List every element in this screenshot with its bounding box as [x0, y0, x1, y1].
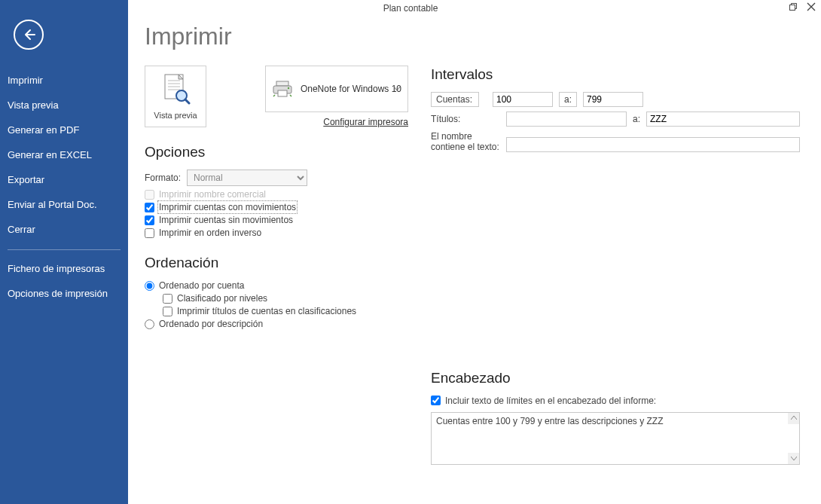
main-content: Imprimir Vista previa: [128, 0, 821, 504]
cuentas-from-input[interactable]: [493, 92, 553, 107]
cuentas-sep: a:: [559, 94, 577, 105]
sidebar-item-generar-excel[interactable]: Generar en EXCEL: [0, 142, 128, 167]
nombre-input[interactable]: [506, 137, 800, 152]
sidebar-separator: [8, 249, 121, 250]
sidebar-item-enviar-portal[interactable]: Enviar al Portal Doc.: [0, 192, 128, 217]
chevron-down-icon: [394, 87, 400, 91]
printer-stack: OneNote for Windows 10 Configurar impres…: [215, 66, 408, 127]
titulos-label: Títulos:: [431, 114, 506, 124]
ordenacion-heading: Ordenación: [145, 255, 408, 271]
preview-printer-row: Vista previa OneNote for Windows 10: [145, 66, 408, 127]
cuentas-a-button[interactable]: a:: [559, 92, 577, 107]
sidebar-item-label: Generar en EXCEL: [8, 149, 92, 160]
window-close-button[interactable]: [806, 2, 816, 12]
sidebar-item-exportar[interactable]: Exportar: [0, 167, 128, 192]
configure-printer-link[interactable]: Configurar impresora: [323, 117, 408, 127]
chk-titulos-input[interactable]: [163, 307, 172, 316]
intervalos-section: Intervalos Cuentas: a: Títulos: a:: [431, 66, 800, 153]
page-title: Imprimir: [145, 23, 408, 50]
svg-point-11: [288, 87, 289, 89]
radio-cuenta-input[interactable]: [145, 281, 154, 291]
chk-inverso-input[interactable]: [145, 228, 154, 238]
chk-con-mov-input[interactable]: [145, 203, 154, 212]
chk-incluir-input[interactable]: [431, 396, 441, 405]
svg-rect-8: [276, 81, 288, 86]
chk-niveles-input[interactable]: [163, 294, 172, 304]
encabezado-section: Encabezado Incluir texto de límites en e…: [431, 370, 800, 465]
sidebar-item-label: Imprimir: [8, 75, 43, 86]
nombre-label-l2: contiene el texto:: [431, 142, 499, 152]
sidebar-item-label: Cerrar: [8, 224, 35, 235]
sidebar-item-label: Vista previa: [8, 99, 59, 111]
chk-label: Imprimir cuentas sin movimientos: [159, 215, 293, 225]
document-magnifier-icon: [160, 73, 191, 108]
sidebar-item-opciones-impresion[interactable]: Opciones de impresión: [0, 281, 128, 306]
chk-con-movimientos[interactable]: Imprimir cuentas con movimientos: [145, 202, 408, 212]
back-arrow-icon: [21, 27, 36, 42]
nombre-row: El nombre contiene el texto:: [431, 131, 800, 153]
sidebar-item-generar-pdf[interactable]: Generar en PDF: [0, 118, 128, 142]
chk-imprimir-titulos[interactable]: Imprimir títulos de cuentas en clasifica…: [163, 306, 408, 316]
chk-nombre-comercial[interactable]: Imprimir nombre comercial: [145, 189, 408, 200]
scroll-up-button[interactable]: [788, 413, 799, 424]
sidebar-item-label: Exportar: [8, 174, 44, 185]
restore-icon: [789, 2, 798, 11]
chk-label: Imprimir nombre comercial: [159, 189, 266, 200]
encabezado-heading: Encabezado: [431, 370, 800, 386]
sidebar: Imprimir Vista previa Generar en PDF Gen…: [0, 0, 128, 504]
chk-label: Imprimir cuentas con movimientos: [159, 202, 296, 212]
titulos-to-input[interactable]: [646, 111, 800, 127]
nombre-label-l1: El nombre: [431, 131, 472, 142]
chk-label: Incluir texto de límites en el encabezad…: [445, 396, 656, 406]
radio-ordenado-descripcion[interactable]: Ordenado por descripción: [145, 319, 408, 329]
chk-sin-mov-input[interactable]: [145, 215, 154, 225]
svg-line-7: [185, 99, 189, 103]
radio-label: Ordenado por descripción: [159, 319, 263, 329]
formato-select[interactable]: Normal: [187, 170, 307, 186]
chk-sin-movimientos[interactable]: Imprimir cuentas sin movimientos: [145, 215, 408, 225]
scroll-down-button[interactable]: [788, 453, 799, 464]
encabezado-textarea[interactable]: Cuentas entre 100 y 799 y entre las desc…: [431, 412, 800, 465]
ordenacion-section: Ordenación Ordenado por cuenta Clasifica…: [145, 255, 408, 329]
radio-label: Ordenado por cuenta: [159, 280, 244, 291]
cuentas-row: Cuentas: a:: [431, 92, 800, 107]
app-root: Plan contable Imprimir Vista previa Ge: [0, 0, 821, 504]
printer-select[interactable]: OneNote for Windows 10: [265, 66, 408, 112]
svg-rect-10: [278, 90, 287, 96]
sidebar-item-label: Enviar al Portal Doc.: [8, 199, 97, 210]
window-title: Plan contable: [383, 3, 438, 14]
radio-desc-input[interactable]: [145, 319, 154, 329]
chk-incluir-limites[interactable]: Incluir texto de límites en el encabezad…: [431, 396, 800, 406]
print-preview-button[interactable]: Vista previa: [145, 66, 206, 127]
titulos-sep: a:: [633, 114, 640, 124]
chk-orden-inverso[interactable]: Imprimir en orden inverso: [145, 228, 408, 238]
sidebar-item-fichero-impresoras[interactable]: Fichero de impresoras: [0, 256, 128, 281]
preview-label: Vista previa: [154, 111, 197, 120]
left-column: Imprimir Vista previa: [145, 23, 408, 496]
chevron-up-icon: [791, 416, 797, 420]
printer-name: OneNote for Windows 10: [301, 84, 401, 94]
sidebar-item-cerrar[interactable]: Cerrar: [0, 217, 128, 242]
printer-icon: [272, 80, 293, 98]
titulos-from-input[interactable]: [506, 111, 627, 127]
formato-label: Formato:: [145, 173, 181, 183]
encabezado-text: Cuentas entre 100 y 799 y entre las desc…: [436, 416, 663, 426]
back-button[interactable]: [14, 20, 44, 50]
intervalos-heading: Intervalos: [431, 66, 800, 83]
close-icon: [807, 2, 816, 11]
chk-clasificado-niveles[interactable]: Clasificado por niveles: [163, 293, 408, 304]
opciones-heading: Opciones: [145, 144, 408, 160]
chevron-down-icon: [791, 456, 797, 460]
sidebar-item-label: Fichero de impresoras: [8, 263, 105, 274]
sidebar-item-vista-previa[interactable]: Vista previa: [0, 93, 128, 118]
cuentas-to-input[interactable]: [583, 92, 643, 107]
chk-nombre-comercial-input[interactable]: [145, 190, 154, 200]
sidebar-item-label: Generar en PDF: [8, 124, 79, 136]
radio-ordenado-cuenta[interactable]: Ordenado por cuenta: [145, 280, 408, 291]
formato-row: Formato: Normal: [145, 170, 408, 186]
chk-label: Imprimir en orden inverso: [159, 228, 261, 238]
window-restore-button[interactable]: [788, 2, 798, 12]
cuentas-label-button[interactable]: Cuentas:: [431, 92, 479, 107]
sidebar-item-imprimir[interactable]: Imprimir: [0, 68, 128, 93]
opciones-section: Opciones Formato: Normal Imprimir nombre…: [145, 144, 408, 238]
